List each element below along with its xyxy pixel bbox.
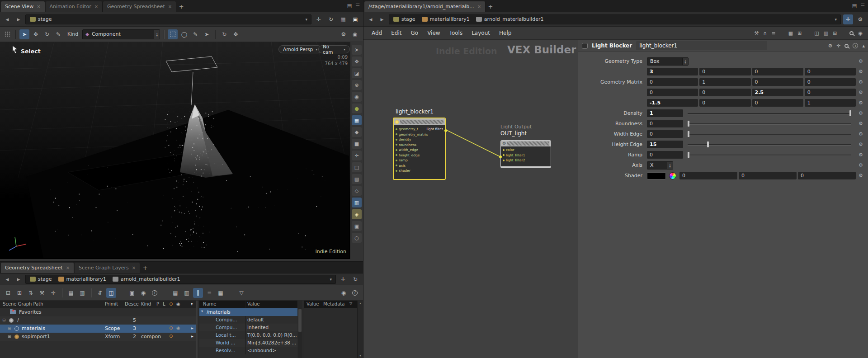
input-dot-icon[interactable] [503,154,505,156]
new-tab-button[interactable]: + [141,263,150,273]
input-dot-icon[interactable] [396,154,397,156]
viewport[interactable]: Select Arnold Persp ▾ No cam ▾ 0:09 764 … [0,42,350,259]
menu-item[interactable]: Help [495,28,516,38]
filter-icon[interactable]: ▽ [236,288,246,298]
param-menu-icon[interactable]: ⚙ [856,69,866,75]
matrix-cell[interactable]: 0 [699,89,750,96]
rows-icon[interactable]: ≡ [204,288,214,298]
chevron-down-icon[interactable]: ▾ [303,17,310,22]
rotate-tool-icon[interactable]: ↻ [42,29,52,39]
node-output-bar[interactable] [501,166,551,168]
input-dot-icon[interactable] [503,149,505,151]
magnet-snap-icon[interactable]: ∩ [763,30,767,36]
viewport-tool-icon[interactable]: ▤ [352,174,362,184]
expand-icon[interactable]: ⊞ [8,334,11,339]
list-view-icon[interactable]: ▤ [170,288,180,298]
table-view-icon[interactable]: ▦ [788,30,793,36]
chevron-up-icon[interactable]: ▴ [862,43,865,49]
display-options-icon[interactable]: ⚙ [339,29,349,39]
tree-view-icon[interactable]: ▤ [66,288,76,298]
col-value[interactable]: Value [247,301,259,306]
pane-scrollbar[interactable]: ▴ ▾ [357,301,363,358]
path-field[interactable]: stage materiallibrary1 arnold_materialbu… [25,275,336,284]
expand-all-icon[interactable]: ⊞ [14,288,24,298]
tab-network-path[interactable]: /stage/materiallibrary1/arnold_materialb… [364,1,486,12]
viewport-tool-icon[interactable]: ➤ [352,45,362,55]
new-tab-button[interactable]: + [486,1,495,12]
add-icon[interactable]: ✛ [48,288,58,298]
height-edge-field[interactable]: 15 [647,141,683,148]
axis-dropdown[interactable]: X ▴▾ [647,161,673,170]
close-icon[interactable]: × [94,4,98,9]
matrix-cell[interactable]: 0 [805,68,856,75]
color-wheel-icon[interactable] [669,172,676,179]
breadcrumb-stage[interactable]: stage [27,15,55,24]
help-icon[interactable]: ? [150,288,160,298]
viewport-tool-icon[interactable]: ▥ [352,198,362,207]
back-icon[interactable]: ◀ [3,274,12,284]
lasso-select-icon[interactable]: ◯ [179,29,189,39]
info-icon[interactable]: i [853,43,858,48]
no-cam-button[interactable]: No cam ▾ [318,45,350,53]
node-header[interactable]: ⚙ [501,141,551,146]
search-icon[interactable] [849,31,854,35]
ramp-slider[interactable] [688,151,851,159]
close-icon[interactable]: × [168,4,172,9]
forward-icon[interactable]: ▶ [377,14,387,24]
tab-geometry-spreadsheet[interactable]: Geometry Spreadsheet × [103,1,176,12]
sort-icon[interactable]: ⇅ [26,288,36,298]
spinner[interactable]: ▴▾ [682,58,688,65]
breadcrumb-materiallibrary[interactable]: materiallibrary1 [56,275,109,284]
input-dot-icon[interactable] [396,149,397,151]
col-metadata[interactable]: Metadata [323,301,344,306]
density-slider[interactable] [688,109,851,117]
col-kind[interactable]: Kind [141,301,151,306]
matrix-cell[interactable]: 3 [647,68,698,75]
breadcrumb-stage[interactable]: stage [27,275,55,284]
help-icon[interactable]: ? [350,288,360,298]
activation-toggle[interactable]: ⊙ [169,334,173,339]
follow-selection-icon[interactable]: ◫ [106,288,116,298]
refresh-icon[interactable]: ↻ [326,14,336,24]
viewport-tool-icon[interactable]: ✥ [352,57,362,66]
input-dot-icon[interactable] [396,165,397,166]
pointer-select-icon[interactable]: ➤ [202,29,212,39]
sync-icon[interactable]: ⇵ [95,288,105,298]
matrix-cell[interactable]: 2.5 [752,89,803,96]
node-name-field[interactable]: light_blocker1 [636,41,767,50]
param-menu-icon[interactable]: ⚙ [856,58,866,64]
pane-layout-icon[interactable]: ▤ [852,3,857,9]
forward-icon[interactable]: ▶ [14,14,23,24]
param-menu-icon[interactable]: ⚙ [856,121,866,127]
tab-animation-editor[interactable]: Animation Editor × [46,1,103,12]
viewport-tool-icon[interactable]: ◪ [352,68,362,78]
tree-row-materials[interactable]: ⊞ materials Scope 3 ⊙ ◉ ➤ [0,325,196,333]
density-field[interactable]: 1 [647,109,683,117]
network-options-icon[interactable]: ⚙ [855,14,865,24]
scroll-up-icon[interactable]: ▴ [359,301,361,305]
matrix-cell[interactable]: 0 [699,99,750,107]
param-menu-icon[interactable]: ⚙ [856,110,866,116]
paint-select-icon[interactable]: ✎ [190,29,200,39]
spinner[interactable]: ▴▾ [154,30,160,39]
move-tool-icon[interactable]: ✥ [31,29,41,39]
tab-scene-graph-layers[interactable]: Scene Graph Layers × [75,263,140,273]
roundness-slider[interactable] [688,120,851,127]
input-dot-icon[interactable] [396,160,397,161]
breadcrumb-materiallibrary[interactable]: materiallibrary1 [419,15,472,24]
matrix-cell[interactable]: 0 [647,78,698,86]
param-menu-icon[interactable]: ⚙ [856,173,866,179]
viewport-tool-icon[interactable]: □ [352,162,362,172]
close-icon[interactable]: × [477,4,481,9]
ramp-field[interactable]: 0 [647,151,683,159]
matrix-cell[interactable]: 0 [699,68,750,75]
spinner[interactable]: ▴▾ [667,162,673,169]
viewport-tool-icon[interactable]: ▣ [352,221,362,231]
breadcrumb-materialbuilder[interactable]: arnold_materialbuilder1 [110,275,183,284]
table-icon[interactable]: ▦ [216,288,226,298]
sheet-row[interactable]: Compu... inherited [199,324,297,331]
shader-color-swatch[interactable] [647,172,666,179]
viewport-tool-icon[interactable]: ◆ [352,127,362,137]
pane-layout-icon[interactable]: ▤ [347,3,352,9]
close-icon[interactable]: × [132,265,136,270]
